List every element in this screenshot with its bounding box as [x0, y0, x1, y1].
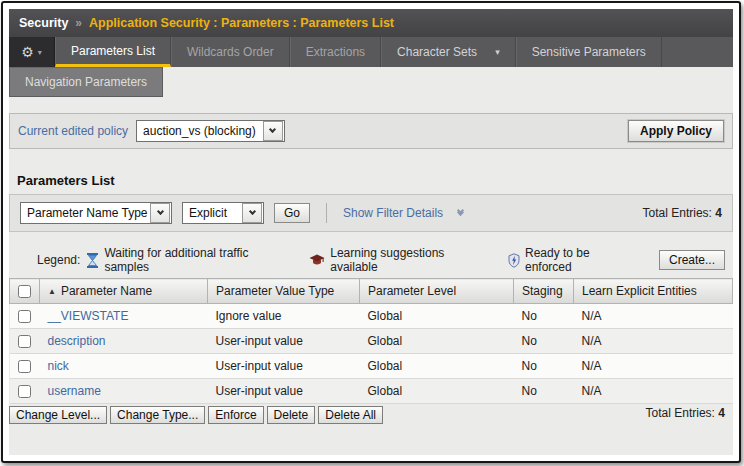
- scope-select[interactable]: Explicit: [182, 202, 264, 224]
- change-level-button[interactable]: Change Level...: [9, 406, 107, 424]
- cell-level: Global: [360, 379, 514, 404]
- table-row: __VIEWSTATE Ignore value Global No N/A: [10, 304, 733, 329]
- tab-extractions[interactable]: Extractions: [290, 37, 381, 67]
- policy-band: Current edited policy auction_vs (blocki…: [9, 113, 733, 149]
- chevron-down-icon: ▾: [38, 48, 42, 57]
- change-type-button[interactable]: Change Type...: [110, 406, 205, 424]
- tab-label: Sensitive Parameters: [532, 45, 646, 59]
- breadcrumb-root: Security: [19, 16, 68, 30]
- select-value: Parameter Name Type: [21, 206, 149, 220]
- cell-value-type: Ignore value: [208, 304, 360, 329]
- column-label: Parameter Name: [61, 284, 152, 298]
- legend-row: Legend: Waiting for additional traffic s…: [37, 246, 733, 274]
- cell-learn: N/A: [574, 379, 733, 404]
- cell-staging: No: [514, 329, 574, 354]
- parameters-table: ▲Parameter Name Parameter Value Type Par…: [9, 278, 733, 404]
- select-value: Explicit: [183, 206, 241, 220]
- column-staging[interactable]: Staging: [514, 279, 574, 304]
- cell-level: Global: [360, 329, 514, 354]
- total-entries-bottom: Total Entries: 4: [646, 406, 725, 420]
- tab-parameters-list[interactable]: Parameters List: [55, 37, 171, 67]
- tab-label: Parameters List: [71, 44, 155, 58]
- legend-text: Waiting for additional traffic samples: [104, 246, 295, 274]
- tab-menu-button[interactable]: ⚙ ▾: [9, 37, 55, 67]
- breadcrumb-path: Application Security : Parameters : Para…: [89, 16, 394, 30]
- breadcrumb-separator-icon: »: [75, 16, 82, 30]
- tab-character-sets[interactable]: Character Sets ▾: [381, 37, 516, 67]
- row-checkbox[interactable]: [18, 335, 31, 348]
- cell-staging: No: [514, 354, 574, 379]
- parameter-name-type-select[interactable]: Parameter Name Type: [20, 202, 172, 224]
- enforce-button[interactable]: Enforce: [208, 406, 263, 424]
- table-row: description User-input value Global No N…: [10, 329, 733, 354]
- cell-level: Global: [360, 354, 514, 379]
- row-checkbox[interactable]: [18, 360, 31, 373]
- delete-button[interactable]: Delete: [267, 406, 316, 424]
- policy-select-value: auction_vs (blocking): [137, 124, 262, 138]
- parameter-link[interactable]: nick: [48, 359, 69, 373]
- go-button[interactable]: Go: [274, 203, 310, 223]
- tab-label: Extractions: [306, 45, 365, 59]
- screenshot-frame: Security » Application Security : Parame…: [1, 1, 741, 463]
- table-row: username User-input value Global No N/A: [10, 379, 733, 404]
- show-filter-details-link[interactable]: Show Filter Details: [343, 206, 443, 220]
- tab-label: Wildcards Order: [187, 45, 274, 59]
- policy-label: Current edited policy: [18, 124, 128, 138]
- filter-bar: Parameter Name Type Explicit Go Show Fil…: [9, 194, 733, 232]
- link-label: Show Filter Details: [343, 206, 443, 220]
- apply-policy-button[interactable]: Apply Policy: [628, 120, 724, 142]
- tab-navigation-parameters[interactable]: Navigation Parameters: [9, 67, 163, 97]
- cell-staging: No: [514, 379, 574, 404]
- page-title: Parameters List: [17, 173, 733, 188]
- tab-sensitive-parameters[interactable]: Sensitive Parameters: [516, 37, 662, 67]
- gear-icon: ⚙: [21, 45, 34, 59]
- row-checkbox[interactable]: [18, 385, 31, 398]
- delete-all-button[interactable]: Delete All: [318, 406, 383, 424]
- parameter-link[interactable]: username: [48, 384, 101, 398]
- legend-item-waiting: Waiting for additional traffic samples: [86, 246, 295, 274]
- legend-text: Learning suggestions available: [330, 246, 494, 274]
- column-parameter-value-type[interactable]: Parameter Value Type: [208, 279, 360, 304]
- cell-staging: No: [514, 304, 574, 329]
- create-button[interactable]: Create...: [659, 250, 725, 270]
- chevron-down-icon: ▾: [495, 47, 500, 57]
- legend-text: Ready to be enforced: [525, 246, 639, 274]
- parameter-link[interactable]: __VIEWSTATE: [48, 309, 129, 323]
- column-parameter-name[interactable]: ▲Parameter Name: [40, 279, 208, 304]
- total-label: Total Entries:: [643, 206, 712, 220]
- row-checkbox[interactable]: [18, 310, 31, 323]
- chevron-down-icon: [263, 121, 283, 141]
- legend-item-learning: Learning suggestions available: [309, 246, 494, 274]
- total-label: Total Entries:: [646, 406, 715, 420]
- cell-learn: N/A: [574, 304, 733, 329]
- tab-label: Character Sets: [397, 45, 477, 59]
- table-footer: Change Level... Change Type... Enforce D…: [9, 406, 733, 424]
- cell-level: Global: [360, 304, 514, 329]
- breadcrumb: Security » Application Security : Parame…: [9, 9, 733, 37]
- table-header-row: ▲Parameter Name Parameter Value Type Par…: [10, 279, 733, 304]
- total-value: 4: [718, 406, 725, 420]
- parameter-link[interactable]: description: [48, 334, 106, 348]
- cell-learn: N/A: [574, 354, 733, 379]
- shield-icon: [508, 253, 520, 268]
- cell-learn: N/A: [574, 329, 733, 354]
- select-all-checkbox[interactable]: [18, 285, 31, 298]
- tab-bar-row2: Navigation Parameters: [9, 67, 733, 97]
- total-value: 4: [715, 206, 722, 220]
- chevron-down-icon: [242, 203, 262, 223]
- cell-value-type: User-input value: [208, 354, 360, 379]
- legend-label: Legend:: [37, 253, 80, 267]
- legend-item-enforce: Ready to be enforced: [508, 246, 639, 274]
- column-learn-explicit-entities[interactable]: Learn Explicit Entities: [574, 279, 733, 304]
- policy-select[interactable]: auction_vs (blocking): [136, 120, 285, 142]
- column-label: Learn Explicit Entities: [582, 284, 697, 298]
- asm-parameters-page: Security » Application Security : Parame…: [9, 9, 733, 455]
- column-parameter-level[interactable]: Parameter Level: [360, 279, 514, 304]
- tab-wildcards-order[interactable]: Wildcards Order: [171, 37, 290, 67]
- tab-bar: ⚙ ▾ Parameters List Wildcards Order Extr…: [9, 37, 733, 67]
- column-label: Staging: [522, 284, 563, 298]
- table-row: nick User-input value Global No N/A: [10, 354, 733, 379]
- chevron-down-icon: [150, 203, 170, 223]
- cell-value-type: User-input value: [208, 329, 360, 354]
- divider: [326, 203, 327, 223]
